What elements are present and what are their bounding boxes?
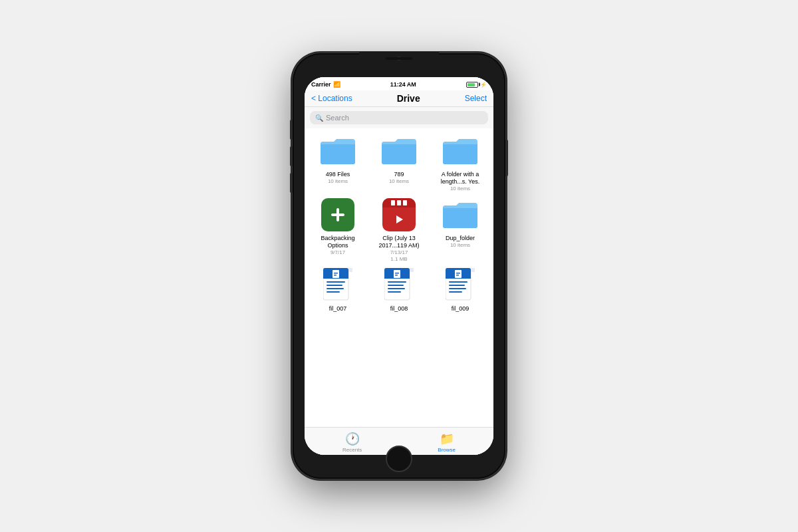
app-icon	[319, 198, 356, 232]
svg-rect-17	[327, 285, 342, 286]
list-item[interactable]: 789 10 items	[371, 134, 427, 192]
status-left: Carrier 📶	[311, 81, 340, 88]
list-item[interactable]: Backpacking Options 9/7/17	[310, 198, 366, 263]
list-item[interactable]: Dup_folder 10 items	[432, 198, 488, 263]
wifi-icon: 📶	[333, 81, 340, 88]
file-name: Backpacking Options	[315, 235, 361, 249]
doc-icon	[442, 268, 479, 303]
svg-rect-18	[327, 288, 344, 289]
search-container: 🔍 Search	[305, 107, 493, 128]
svg-rect-40	[449, 281, 467, 283]
svg-rect-43	[449, 291, 462, 293]
file-size: 1.1 MB	[390, 256, 407, 263]
svg-marker-8	[396, 215, 403, 223]
list-item[interactable]: fil_007	[310, 268, 366, 313]
file-meta: 10 items	[328, 178, 348, 185]
svg-rect-45	[456, 273, 460, 274]
carrier-label: Carrier	[311, 81, 331, 88]
search-placeholder: Search	[326, 114, 349, 122]
search-icon: 🔍	[315, 114, 323, 122]
file-name: fil_007	[329, 305, 347, 313]
list-item[interactable]: Clip (July 13 2017...119 AM) 7/13/17 1.1…	[371, 198, 427, 263]
svg-rect-3	[382, 144, 416, 164]
svg-rect-5	[443, 144, 477, 164]
file-meta: 10 items	[450, 186, 470, 192]
list-item[interactable]: fil_008	[371, 268, 427, 313]
nav-bar: < Locations Drive Select	[305, 90, 493, 107]
status-time: 11:24 AM	[390, 81, 416, 88]
svg-rect-37	[471, 268, 475, 272]
battery-fill	[467, 83, 475, 86]
svg-rect-44	[455, 270, 462, 278]
file-name: fil_009	[452, 305, 469, 313]
ios-screen: Carrier 📶 11:24 AM ⚡ < Locations Drive S…	[305, 77, 493, 455]
status-bar: Carrier 📶 11:24 AM ⚡	[305, 77, 493, 90]
svg-rect-33	[395, 273, 399, 274]
folder-icon	[380, 134, 418, 168]
list-item[interactable]: fil_009	[432, 268, 488, 313]
file-name: 789	[394, 171, 404, 178]
svg-rect-25	[410, 268, 414, 272]
nav-title: Drive	[397, 93, 420, 104]
svg-rect-1	[321, 144, 355, 164]
speaker	[386, 57, 412, 60]
recents-icon: 🕐	[345, 432, 360, 446]
back-button[interactable]: < Locations	[311, 94, 352, 103]
svg-rect-46	[456, 275, 459, 276]
file-meta: 10 items	[450, 242, 470, 249]
select-button[interactable]: Select	[465, 94, 487, 103]
folder-icon	[442, 198, 479, 232]
browse-label: Browse	[438, 447, 456, 453]
file-name: fil_008	[390, 305, 408, 313]
clip-icon	[380, 198, 418, 232]
list-item[interactable]: A folder with a length...s. Yes. 10 item…	[432, 134, 488, 192]
file-meta: 7/13/17	[390, 249, 408, 256]
file-name: Clip (July 13 2017...119 AM)	[376, 235, 422, 249]
tab-browse[interactable]: 📁 Browse	[438, 432, 456, 453]
home-button[interactable]	[386, 446, 412, 472]
svg-rect-42	[449, 288, 466, 289]
svg-rect-19	[327, 291, 340, 293]
svg-rect-41	[449, 285, 465, 286]
file-content: 498 Files 10 items 789 10 items	[305, 128, 493, 427]
battery-icon	[466, 82, 478, 88]
svg-rect-34	[395, 275, 398, 276]
svg-rect-16	[327, 281, 345, 283]
svg-rect-30	[388, 288, 405, 289]
svg-rect-10	[443, 208, 477, 228]
file-meta: 10 items	[389, 178, 409, 185]
svg-rect-21	[334, 273, 338, 274]
svg-rect-29	[388, 285, 404, 286]
file-name: Dup_folder	[446, 235, 475, 242]
svg-rect-32	[394, 270, 400, 278]
search-bar[interactable]: 🔍 Search	[310, 111, 488, 124]
file-name: A folder with a length...s. Yes.	[437, 171, 483, 186]
phone-screen: Carrier 📶 11:24 AM ⚡ < Locations Drive S…	[305, 77, 493, 455]
status-right: ⚡	[466, 82, 487, 88]
file-name: 498 Files	[326, 171, 350, 178]
doc-icon	[319, 268, 356, 303]
phone-frame: Carrier 📶 11:24 AM ⚡ < Locations Drive S…	[293, 53, 505, 479]
lightning-icon: ⚡	[480, 82, 487, 88]
tab-recents[interactable]: 🕐 Recents	[342, 432, 362, 453]
svg-rect-20	[332, 270, 339, 278]
recents-label: Recents	[342, 447, 362, 453]
file-meta: 9/7/17	[331, 249, 345, 256]
list-item[interactable]: 498 Files 10 items	[310, 134, 366, 192]
folder-icon	[442, 134, 479, 168]
svg-rect-22	[334, 275, 336, 276]
folder-icon	[319, 134, 356, 168]
svg-rect-31	[388, 291, 401, 293]
svg-rect-13	[348, 268, 352, 272]
doc-icon	[380, 268, 418, 303]
browse-icon: 📁	[440, 432, 454, 446]
svg-rect-28	[388, 281, 406, 283]
file-grid: 498 Files 10 items 789 10 items	[310, 134, 488, 313]
svg-rect-7	[331, 213, 344, 216]
